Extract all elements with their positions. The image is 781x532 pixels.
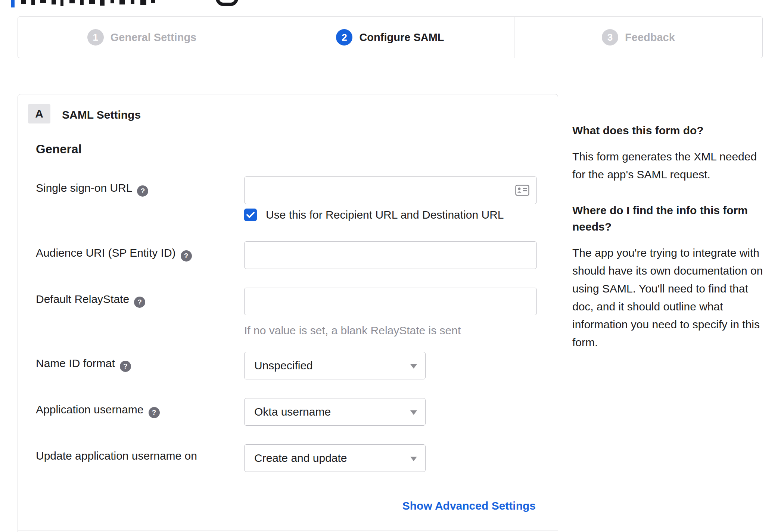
step-feedback[interactable]: 3 Feedback [514,17,762,58]
relay-state-hint: If no value is set, a blank RelayState i… [244,324,537,337]
contact-card-icon[interactable] [515,184,529,198]
step-label: Configure SAML [359,31,444,44]
step-general-settings[interactable]: 1 General Settings [18,17,266,58]
name-id-format-select[interactable]: Unspecified [244,352,426,379]
app-username-select[interactable]: Okta username [244,398,426,426]
help-icon[interactable]: ? [137,185,148,197]
saml-settings-card: A SAML Settings General Single sign-on U… [18,94,558,532]
step-number-badge: 1 [87,29,104,46]
step-label: General Settings [111,31,196,44]
help-heading-1: What does this form do? [572,122,764,139]
name-id-format-label: Name ID format? [36,352,244,372]
sso-url-input[interactable] [244,176,537,204]
relay-state-input[interactable] [244,288,537,315]
app-username-label: Application username? [36,398,244,418]
section-title: SAML Settings [62,109,141,121]
update-app-username-select[interactable]: Create and update [244,444,426,472]
help-heading-2: Where do I find the info this form needs… [572,202,764,235]
clipped-glyph-descender [216,0,238,6]
help-body-1: This form generates the XML needed for t… [572,148,764,184]
sso-checkbox[interactable] [244,209,257,221]
step-number-badge: 2 [336,29,352,46]
update-app-username-label: Update application username on [36,444,244,462]
help-icon[interactable]: ? [149,407,160,418]
relay-state-label: Default RelayState? [36,288,244,308]
help-sidebar: What does this form do? This form genera… [572,122,764,370]
wizard-stepper: 1 General Settings 2 Configure SAML 3 Fe… [18,16,763,58]
chevron-down-icon [410,364,417,369]
audience-uri-label: Audience URI (SP Entity ID)? [36,241,244,262]
help-icon[interactable]: ? [181,250,192,262]
chevron-down-icon [410,457,417,461]
help-icon[interactable]: ? [134,297,145,308]
show-advanced-settings-link[interactable]: Show Advanced Settings [402,500,536,512]
help-icon[interactable]: ? [120,361,131,372]
audience-uri-input[interactable] [244,241,537,269]
group-title-general: General [36,142,82,156]
clipped-page-heading [0,0,269,7]
chevron-down-icon [410,410,417,415]
sso-checkbox-label: Use this for Recipient URL and Destinati… [266,209,504,221]
step-number-badge: 3 [602,29,618,46]
section-divider [18,531,558,531]
sso-url-label: Single sign-on URL? [36,176,244,197]
help-body-2: The app you're trying to integrate with … [572,244,764,351]
step-configure-saml[interactable]: 2 Configure SAML [266,17,514,58]
section-badge-a: A [28,104,50,123]
step-label: Feedback [625,31,675,44]
